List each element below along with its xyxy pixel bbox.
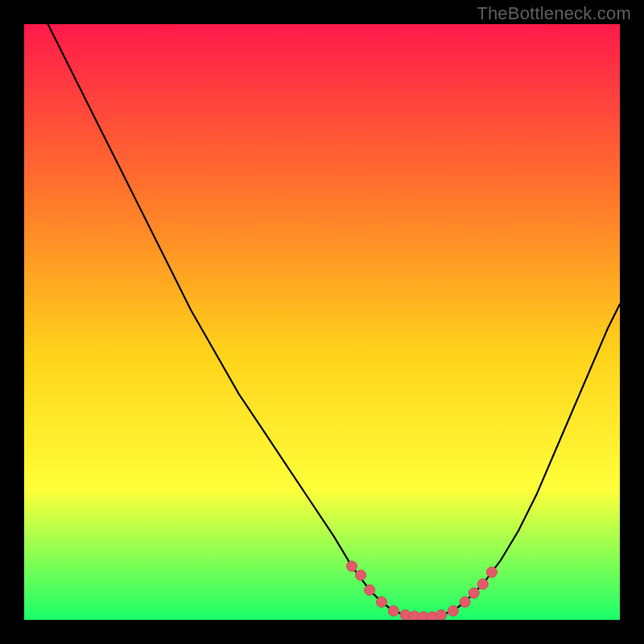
marker-point [448, 605, 458, 616]
plot-area [24, 24, 620, 620]
marker-point [347, 561, 357, 572]
marker-point [365, 585, 375, 596]
marker-point [377, 597, 387, 607]
marker-point [486, 567, 497, 577]
watermark-text: TheBottleneck.com [477, 3, 631, 24]
marker-point [388, 605, 398, 616]
marker-point [477, 579, 488, 589]
marker-point [356, 570, 366, 580]
marker-point [469, 588, 479, 598]
bottleneck-chart [24, 24, 620, 620]
gradient-background [24, 24, 620, 620]
marker-point [436, 610, 447, 620]
marker-point [460, 597, 470, 607]
chart-frame: TheBottleneck.com [0, 0, 644, 644]
